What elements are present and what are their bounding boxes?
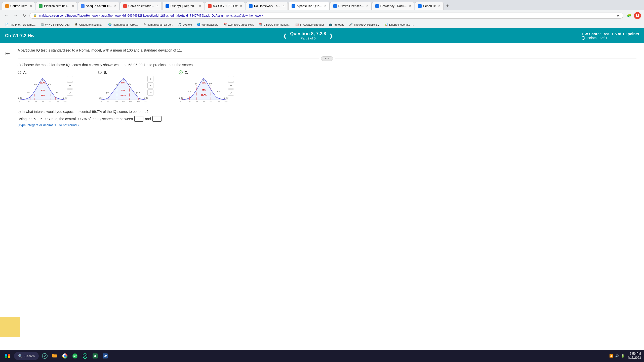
next-question-button[interactable]: ❯	[329, 33, 333, 39]
tab-close-schedule[interactable]: ✕	[438, 5, 440, 7]
prev-question-button[interactable]: ❮	[283, 33, 287, 39]
svg-text:144: 144	[144, 101, 147, 103]
svg-text:95%: 95%	[121, 89, 125, 92]
tab-drivers[interactable]: Driver's Licenses... ✕	[330, 2, 372, 10]
tab-vasque[interactable]: Vasque Satoru Tr... ✕	[78, 2, 119, 10]
svg-text:μ+σ: μ+σ	[209, 82, 213, 84]
tab-planilha[interactable]: Planilha sem títul... ✕	[36, 2, 77, 10]
choice-c-zoom-out[interactable]: −	[228, 82, 234, 88]
answer-input-2[interactable]	[152, 116, 162, 122]
choice-a-zoom-out[interactable]: −	[67, 82, 73, 88]
choice-a-export[interactable]: ↗	[67, 89, 73, 96]
taskbar-spotify-icon[interactable]	[71, 352, 79, 360]
address-bar[interactable]: 🔒 mylab.pearson.com/Student/PlayerHomewo…	[29, 13, 623, 19]
tab-caixa[interactable]: Caixa de entrada... ✕	[120, 2, 162, 10]
bookmark-ukulele[interactable]: 🎵 Ukulele	[176, 22, 194, 27]
svg-text:μ-σ: μ-σ	[116, 83, 118, 85]
choice-c-radio[interactable]: ✓	[179, 70, 183, 74]
tab-course-hero[interactable]: Course Hero ✕	[2, 2, 35, 10]
bookmark-graduate[interactable]: 🎓 Graduate institute...	[72, 22, 105, 27]
choice-b-zoom-out[interactable]: −	[147, 82, 153, 88]
extensions-button[interactable]: 🧩	[625, 12, 632, 19]
svg-text:W: W	[104, 354, 107, 358]
svg-text:68%: 68%	[41, 94, 45, 97]
tab-dohomework[interactable]: Do Homework - h... ✕	[246, 2, 288, 10]
svg-text:μ-σ: μ-σ	[195, 82, 198, 84]
tab-close-disney[interactable]: ✕	[199, 5, 201, 7]
svg-text:133: 133	[63, 101, 66, 103]
bookmark-art-public[interactable]: 🎤 The Art Of Public S...	[347, 22, 382, 27]
taskbar-chrome-icon[interactable]	[61, 352, 69, 360]
choice-b-zoom-in[interactable]: +	[147, 76, 153, 82]
sidebar-back-button[interactable]: ⇤	[3, 48, 12, 59]
choice-a-zoom-in[interactable]: +	[67, 76, 73, 82]
question-info: Question 8, 7.2.8 Part 2 of 5	[290, 31, 326, 40]
tab-schedule[interactable]: Schedule ✕	[415, 2, 444, 10]
bookmark-humanitarian-air[interactable]: ✈ Humanitarian air se...	[142, 22, 175, 27]
choice-c-zoom-in[interactable]: +	[228, 76, 234, 82]
profile-button[interactable]: M	[634, 12, 641, 19]
back-button[interactable]: ←	[3, 12, 10, 19]
tab-close-vasque[interactable]: ✕	[114, 5, 116, 7]
choice-c: ✓ C. + − ↗ 68	[179, 70, 234, 104]
bookmark-wings[interactable]: 🏢 WINGS PROGRAM	[38, 22, 71, 27]
tab-close-drivers[interactable]: ✕	[366, 5, 368, 7]
tab-close-residency[interactable]: ✕	[409, 5, 411, 7]
svg-text:μ-σ: μ-σ	[34, 83, 37, 85]
bookmark-hd-today[interactable]: 📺 hd today	[327, 22, 346, 27]
bookmark-priv-pilot[interactable]: 📄 Priv Pilot - Docume...	[3, 22, 37, 27]
svg-text:100: 100	[115, 101, 118, 103]
part-b-sentence: Using the 68-95-99.7 rule, the central 9…	[18, 117, 133, 121]
bookmark-humanitarian-grou[interactable]: 🌍 Humanitarian Grou...	[106, 22, 140, 27]
tab-close-course-hero[interactable]: ✕	[30, 5, 32, 7]
reload-button[interactable]: ↻	[21, 12, 27, 19]
tab-residency[interactable]: Residency - Docu... ✕	[372, 2, 415, 10]
svg-text:μ: μ	[123, 79, 124, 81]
svg-text:μ+σ: μ+σ	[128, 83, 131, 85]
svg-text:133: 133	[137, 101, 140, 103]
svg-text:111: 111	[209, 101, 212, 103]
tab-close-dohomework[interactable]: ✕	[283, 5, 285, 7]
taskbar-excel-icon[interactable]: X	[91, 352, 99, 360]
taskbar-shield-icon[interactable]	[81, 352, 89, 360]
expand-button[interactable]: • • •	[321, 56, 333, 61]
tab-iqtest[interactable]: A particular IQ te... ✕	[288, 2, 329, 10]
svg-text:89: 89	[196, 101, 198, 103]
taskbar-word-icon[interactable]: W	[101, 352, 109, 360]
choice-a: A. + − ↗	[18, 70, 73, 104]
tab-m4ch[interactable]: M4-Ch 7.1-7.2 Hw ✕	[205, 2, 245, 10]
taskbar-checkmark-icon[interactable]	[41, 352, 49, 360]
tab-close-planilha[interactable]: ✕	[72, 5, 74, 7]
choice-b-export[interactable]: ↗	[147, 89, 153, 96]
svg-rect-69	[8, 354, 10, 356]
bookmark-worldpackers[interactable]: 🌎 Worldpackers	[195, 22, 220, 27]
choice-b-graph: + − ↗ 68% 95% 99	[98, 76, 153, 104]
choice-c-export[interactable]: ↗	[228, 89, 234, 96]
forward-button[interactable]: →	[12, 12, 19, 19]
taskbar-search-bar[interactable]: 🔍 Search	[14, 352, 39, 360]
svg-rect-70	[5, 356, 7, 358]
new-tab-button[interactable]: +	[444, 3, 451, 9]
svg-text:99.7%: 99.7%	[40, 82, 46, 84]
svg-text:89: 89	[107, 101, 109, 103]
bookmark-ebsco[interactable]: 📚 EBSCO Information...	[257, 22, 292, 27]
svg-text:μ-3σ: μ-3σ	[179, 97, 183, 99]
hw-score: HW Score: 15%, 1.5 of 10 points	[582, 32, 639, 36]
navigation-bar: ← → ↻ 🔒 mylab.pearson.com/Student/Player…	[0, 10, 644, 21]
answer-input-1[interactable]	[134, 116, 143, 122]
choice-b-radio[interactable]	[98, 71, 102, 74]
tab-close-iqtest[interactable]: ✕	[324, 5, 326, 7]
windows-start-button[interactable]	[3, 351, 12, 360]
bookmark-brytewave[interactable]: 📖 Brytewave eReader	[293, 22, 326, 27]
choice-a-radio[interactable]	[18, 71, 21, 74]
bookmark-eventos[interactable]: 📅 Eventos/Cursos PUC	[221, 22, 256, 27]
score-info: HW Score: 15%, 1.5 of 10 points Points: …	[582, 32, 639, 40]
choice-a-header: A.	[18, 70, 73, 74]
tab-close-m4ch[interactable]: ✕	[240, 5, 242, 7]
tab-close-caixa[interactable]: ✕	[156, 5, 158, 7]
choice-b-svg: 68% 95% 99.7% 78 89	[98, 76, 148, 104]
taskbar-folder-icon[interactable]	[51, 352, 59, 360]
tab-disney[interactable]: Disney+ | Reprod... ✕	[162, 2, 204, 10]
bookmark-duarte[interactable]: 📊 Duarte Resonate -...	[383, 22, 416, 27]
choice-b-header: B.	[98, 70, 153, 74]
